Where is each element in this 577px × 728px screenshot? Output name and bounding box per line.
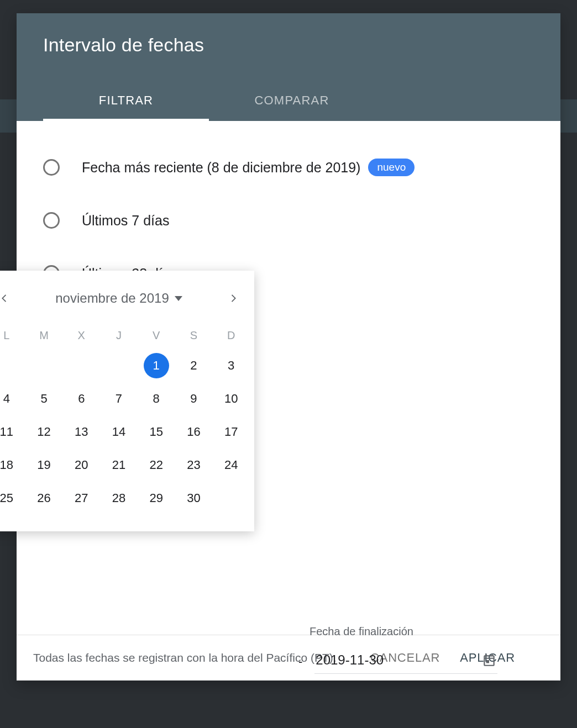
weekday-header: M [25,321,63,349]
radio-icon [43,159,60,176]
calendar-day[interactable]: 17 [212,415,250,449]
calendar-day-number: 23 [181,452,206,478]
calendar-day[interactable]: 13 [62,415,100,449]
calendar-day-number: 30 [181,486,206,511]
calendar-day-number: 21 [106,452,132,478]
calendar-day-number: 22 [144,452,169,478]
option-last-7-days[interactable]: Últimos 7 días [43,194,534,247]
calendar-day-number: 5 [32,386,57,412]
weekday-header: D [212,321,250,349]
chevron-left-icon [0,292,11,304]
tab-filter[interactable]: FILTRAR [43,82,209,121]
calendar-day-number: 10 [218,386,244,412]
calendar-day[interactable]: 6 [62,382,100,415]
weekday-header: J [100,321,138,349]
calendar-day[interactable]: 27 [62,482,100,515]
calendar-day-number: 16 [181,419,206,445]
calendar-day[interactable]: 26 [25,482,63,515]
calendar-day-number: 12 [32,419,57,445]
calendar-day-number: 3 [218,353,244,378]
calendar-day[interactable]: 18 [0,449,25,482]
calendar-day[interactable]: 19 [25,449,63,482]
calendar-day-number: 19 [32,452,57,478]
next-month-button[interactable] [222,287,244,309]
end-date-input[interactable]: 2019-11-30 [314,649,497,674]
calendar-day[interactable]: 29 [138,482,175,515]
calendar-day[interactable]: 7 [100,382,138,415]
calendar-day[interactable]: 11 [0,415,25,449]
calendar-day-number: 27 [69,486,94,511]
calendar-day[interactable]: 20 [62,449,100,482]
calendar-day[interactable]: 10 [212,382,250,415]
calendar-day-number: 20 [69,452,94,478]
calendar-day-number: 28 [106,486,132,511]
calendar-day-number: 14 [106,419,132,445]
calendar-day-empty [0,349,25,382]
end-date-label: Fecha de finalización [310,624,497,639]
calendar-day[interactable]: 16 [175,415,213,449]
month-picker-button[interactable]: noviembre de 2019 [55,291,182,306]
dialog-tabs: FILTRAR COMPARAR [43,82,534,121]
month-label: noviembre de 2019 [55,291,169,306]
calendar-day[interactable]: 15 [138,415,175,449]
calendar-day-number: 26 [32,486,57,511]
calendar-day[interactable]: 2 [175,349,213,382]
calendar-day[interactable]: 22 [138,449,175,482]
tab-compare[interactable]: COMPARAR [209,82,375,121]
calendar-day[interactable]: 12 [25,415,63,449]
prev-month-button[interactable] [0,287,15,309]
end-date-row: - 2019-11-30 [310,649,497,674]
dialog-header: Intervalo de fechas FILTRAR COMPARAR [17,13,560,121]
calendar-day[interactable]: 24 [212,449,250,482]
calendar-day-number: 24 [218,452,244,478]
calendar-day-number: 4 [0,386,19,412]
calendar-day-number: 2 [181,353,206,378]
calendar-day-number: 11 [0,419,19,445]
calendar-day-empty [100,349,138,382]
weekday-header: X [62,321,100,349]
end-date-value: 2019-11-30 [316,652,384,668]
calendar-day[interactable]: 23 [175,449,213,482]
calendar-header: noviembre de 2019 [0,281,254,316]
calendar-day[interactable]: 30 [175,482,213,515]
calendar-day[interactable]: 21 [100,449,138,482]
calendar-day-number: 6 [69,386,94,412]
calendar-day[interactable]: 8 [138,382,175,415]
calendar-day-number: 15 [144,419,169,445]
calendar-day[interactable]: 25 [0,482,25,515]
calendar-day-empty [25,349,63,382]
calendar-icon [482,653,496,667]
option-label: Últimos 7 días [82,213,169,229]
radio-icon [43,212,60,229]
new-badge: nuevo [368,159,415,176]
dialog-title: Intervalo de fechas [43,34,534,56]
calendar-day-empty [62,349,100,382]
calendar-day[interactable]: 3 [212,349,250,382]
weekday-header: V [138,321,175,349]
calendar-day-number: 18 [0,452,19,478]
calendar-day[interactable]: 5 [25,382,63,415]
calendar-day-number: 8 [144,386,169,412]
range-separator: - [298,655,302,669]
calendar-day-number: 25 [0,486,19,511]
caret-down-icon [175,296,182,301]
calendar-day[interactable]: 14 [100,415,138,449]
calendar-day[interactable]: 4 [0,382,25,415]
weekday-header: S [175,321,213,349]
calendar-day[interactable]: 1 [138,349,175,382]
calendar-day-number: 13 [69,419,94,445]
calendar-day-number: 29 [144,486,169,511]
timezone-note: Todas las fechas se registran con la hor… [33,649,354,667]
calendar-day[interactable]: 28 [100,482,138,515]
calendar-popover: noviembre de 2019 LMXJVSD123456789101112… [0,271,254,531]
calendar-day-number: 1 [144,353,169,378]
calendar-day-number: 9 [181,386,206,412]
calendar-day-number: 7 [106,386,132,412]
calendar-day-number: 17 [218,419,244,445]
option-label: Fecha más reciente (8 de diciembre de 20… [82,160,360,176]
calendar-day[interactable]: 9 [175,382,213,415]
calendar-grid: LMXJVSD123456789101112131415161718192021… [0,316,254,515]
option-latest-date[interactable]: Fecha más reciente (8 de diciembre de 20… [43,141,534,194]
chevron-right-icon [227,292,239,304]
weekday-header: L [0,321,25,349]
